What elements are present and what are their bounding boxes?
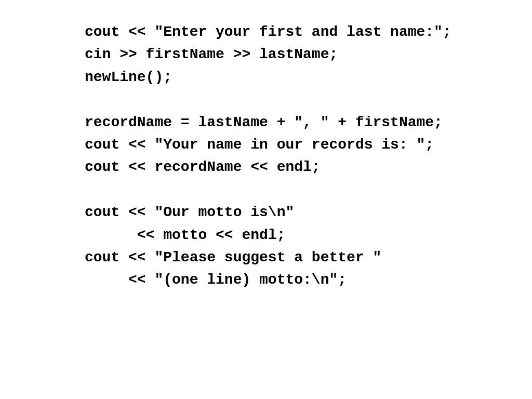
code-line-6: cout << recordName << endl; xyxy=(85,156,451,178)
code-line-3: newLine(); xyxy=(85,66,451,88)
blank-line-1 xyxy=(85,88,451,111)
code-line-5: cout << "Your name in our records is: "; xyxy=(85,134,451,156)
blank-line-2 xyxy=(85,179,451,201)
code-line-2: cin >> firstName >> lastName; xyxy=(85,43,451,65)
code-line-9: cout << "Please suggest a better " xyxy=(85,246,451,269)
code-line-10: << "(one line) motto:\n"; xyxy=(85,269,451,291)
code-line-1: cout << "Enter your first and last name:… xyxy=(85,21,451,43)
code-line-4: recordName = lastName + ", " + firstName… xyxy=(85,111,451,134)
code-line-7: cout << "Our motto is\n" xyxy=(85,201,451,223)
code-display: cout << "Enter your first and last name:… xyxy=(0,0,451,291)
code-line-8: << motto << endl; xyxy=(85,224,451,246)
